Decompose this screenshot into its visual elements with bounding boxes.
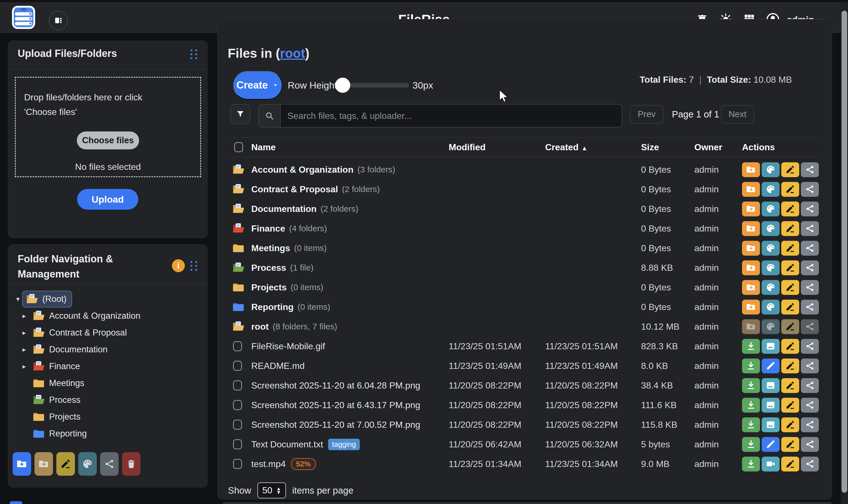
tree-item--root-[interactable]: ▾(Root) (8, 291, 205, 307)
tree-item-account-organization[interactable]: ▸Account & Organization (8, 307, 205, 324)
scrollbar-track[interactable] (841, 2, 848, 504)
table-row-test-mp4[interactable]: test.mp452%11/23/25 01:34AM11/23/25 01:3… (230, 454, 819, 474)
folder-info-icon[interactable]: i (172, 259, 185, 272)
item-name-label[interactable]: Meetings (251, 243, 290, 253)
row-checkbox[interactable] (233, 361, 242, 371)
item-name-label[interactable]: README.md (251, 361, 304, 371)
preview-button[interactable] (762, 398, 780, 413)
column-header-size[interactable]: Size (637, 142, 691, 152)
file-dropzone[interactable]: Drop files/folders here or click 'Choose… (15, 77, 201, 177)
tree-item-contract-proposal[interactable]: ▸Contract & Proposal (8, 324, 205, 341)
item-name-label[interactable]: Reporting (251, 302, 294, 312)
rename-button[interactable] (781, 339, 799, 354)
download-button[interactable] (742, 437, 760, 452)
item-name-label[interactable]: Screenshot 2025-11-20 at 7.00.52 PM.png (251, 420, 420, 430)
download-button[interactable] (742, 398, 760, 413)
item-name-label[interactable]: Documentation (251, 204, 317, 214)
row-checkbox[interactable] (233, 459, 242, 469)
rename-button[interactable] (781, 300, 799, 314)
column-header-created[interactable]: Created▲ (543, 142, 637, 152)
edit-button[interactable] (762, 359, 780, 373)
row-checkbox[interactable] (233, 439, 242, 449)
item-name-label[interactable]: Account & Organization (251, 164, 353, 175)
upload-button[interactable]: Upload (77, 189, 138, 210)
share-button[interactable] (801, 300, 819, 314)
download-button[interactable] (742, 339, 760, 354)
color-button[interactable] (762, 300, 780, 314)
table-row-contract-proposal[interactable]: Contract & Proposal(2 folders)0 Bytesadm… (230, 179, 819, 199)
move-folder-button[interactable] (35, 452, 53, 476)
color-button[interactable] (762, 280, 780, 295)
item-name-label[interactable]: test.mp4 (251, 459, 286, 469)
preview-button[interactable] (762, 417, 780, 432)
table-row-text-document-txt[interactable]: Text Document.txttagging11/20/25 06:42AM… (230, 434, 819, 454)
move-button[interactable] (742, 162, 760, 177)
tree-caret-collapsed-icon[interactable]: ▸ (20, 329, 28, 337)
rename-button[interactable] (781, 182, 799, 197)
row-checkbox[interactable] (233, 341, 242, 351)
share-button[interactable] (801, 398, 819, 413)
next-page-button[interactable]: Next (721, 105, 754, 124)
move-button[interactable] (742, 319, 760, 334)
selected-folder-pill[interactable]: (Root) (22, 291, 72, 307)
choose-files-button[interactable]: Choose files (77, 131, 139, 149)
preview-button[interactable] (762, 339, 780, 354)
item-name-label[interactable]: Screenshot 2025-11-20 at 6.04.28 PM.png (251, 380, 420, 391)
rename-button[interactable] (781, 201, 799, 216)
item-name-label[interactable]: Projects (251, 282, 287, 293)
color-button[interactable] (762, 182, 780, 197)
rename-button[interactable] (781, 417, 799, 432)
item-name-label[interactable]: Contract & Proposal (251, 184, 338, 195)
column-header-owner[interactable]: Owner (691, 142, 735, 152)
share-button[interactable] (801, 359, 819, 373)
color-folder-button[interactable] (78, 452, 97, 476)
tree-item-process[interactable]: ▸Process (8, 392, 205, 409)
share-button[interactable] (801, 260, 819, 275)
share-button[interactable] (801, 417, 819, 432)
share-button[interactable] (801, 221, 819, 236)
share-button[interactable] (801, 437, 819, 452)
share-button[interactable] (801, 339, 819, 354)
color-button[interactable] (762, 201, 780, 216)
tree-item-finance[interactable]: ▸Finance (8, 358, 205, 375)
download-button[interactable] (742, 359, 760, 373)
table-row-screenshot-2025-11-20-at-7-00-52-pm-png[interactable]: Screenshot 2025-11-20 at 7.00.52 PM.png1… (230, 415, 819, 434)
tree-caret-collapsed-icon[interactable]: ▸ (20, 362, 28, 370)
rename-button[interactable] (781, 378, 799, 393)
create-folder-button[interactable] (13, 452, 31, 476)
color-button[interactable] (762, 319, 780, 334)
tree-item-documentation[interactable]: ▸Documentation (8, 341, 205, 358)
move-button[interactable] (742, 182, 760, 197)
share-button[interactable] (801, 162, 819, 177)
scrollbar-thumb[interactable] (842, 11, 847, 493)
item-name-label[interactable]: Screenshot 2025-11-20 at 6.43.17 PM.png (251, 400, 420, 410)
table-row-documentation[interactable]: Documentation(2 folders)0 Bytesadmin (230, 199, 819, 219)
table-row-finance[interactable]: Finance(4 folders)0 Bytesadmin (230, 219, 819, 238)
rename-button[interactable] (781, 241, 799, 256)
move-button[interactable] (742, 221, 760, 236)
item-name-label[interactable]: root (251, 322, 269, 332)
row-checkbox[interactable] (233, 400, 242, 410)
drag-handle-icon[interactable] (190, 261, 198, 271)
column-header-name[interactable]: Name (247, 142, 446, 152)
row-checkbox[interactable] (233, 380, 242, 391)
tree-caret-collapsed-icon[interactable]: ▸ (20, 346, 28, 354)
table-row-projects[interactable]: Projects(0 items)0 Bytesadmin (230, 277, 819, 297)
drag-handle-icon[interactable] (190, 49, 198, 59)
row-checkbox[interactable] (233, 420, 242, 430)
rename-button[interactable] (781, 359, 799, 373)
tree-item-projects[interactable]: ▸Projects (8, 409, 205, 425)
share-button[interactable] (801, 319, 819, 334)
table-row-filerise-mobile-gif[interactable]: FileRise-Mobile.gif11/23/25 01:51AM11/23… (230, 336, 819, 356)
prev-page-button[interactable]: Prev (630, 105, 664, 124)
create-button[interactable]: Create (233, 71, 282, 100)
rename-button[interactable] (781, 437, 799, 452)
table-row-account-organization[interactable]: Account & Organization(3 folders)0 Bytes… (230, 160, 819, 179)
move-button[interactable] (742, 260, 760, 275)
tree-item-reporting[interactable]: ▸Reporting (8, 425, 205, 442)
color-button[interactable] (762, 241, 780, 256)
slider-thumb[interactable] (335, 78, 350, 93)
rename-button[interactable] (781, 260, 799, 275)
table-row-root[interactable]: root(8 folders, 7 files)10.12 MBadmin (230, 317, 819, 336)
download-button[interactable] (742, 457, 760, 471)
